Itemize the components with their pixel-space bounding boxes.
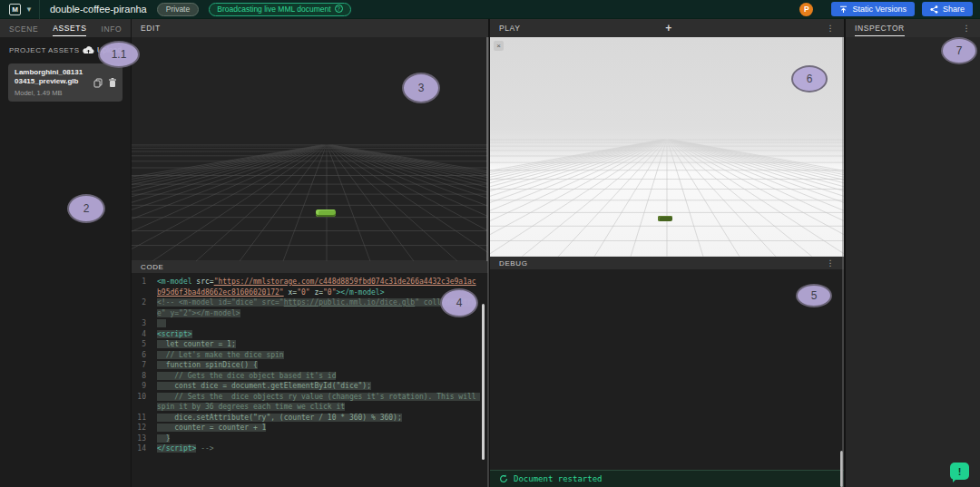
debug-status-message: Document restarted bbox=[514, 474, 603, 483]
resize-handle-left[interactable] bbox=[487, 37, 489, 487]
inspector-panel: ! bbox=[846, 37, 980, 487]
code-line[interactable]: 9 const dice = document.getElementById("… bbox=[132, 381, 488, 392]
play-3d-viewport[interactable]: × bbox=[490, 37, 844, 257]
code-line[interactable]: 7 function spinDice() { bbox=[132, 360, 488, 371]
edit-panel-title: EDIT bbox=[141, 24, 161, 33]
left-panel-tabbar: SCENE ASSETS INFO ⋮ bbox=[0, 19, 131, 37]
asset-filename: Lamborghini_0813103415_preview.glb bbox=[15, 68, 83, 86]
resize-handle-right[interactable] bbox=[842, 37, 844, 487]
help-icon[interactable]: ? bbox=[335, 5, 343, 13]
trash-icon[interactable] bbox=[109, 78, 116, 88]
close-play-view-button[interactable]: × bbox=[494, 41, 504, 51]
code-line[interactable]: 12 counter = counter + 1 bbox=[132, 423, 488, 433]
som-mark-7: 7 bbox=[941, 37, 977, 64]
user-avatar[interactable]: P bbox=[799, 3, 813, 16]
top-bar: M ▼ double-coffee-piranha Private Broadc… bbox=[0, 0, 980, 19]
som-mark-4: 4 bbox=[440, 288, 478, 317]
debug-console: Document restarted bbox=[490, 269, 844, 487]
inspector-panel-title[interactable]: INSPECTOR bbox=[855, 20, 905, 36]
static-versions-label: Static Versions bbox=[852, 5, 906, 14]
share-label: Share bbox=[943, 5, 965, 14]
code-scrollbar[interactable] bbox=[482, 304, 485, 460]
mml-logo[interactable]: M bbox=[9, 4, 21, 15]
tab-info[interactable]: INFO bbox=[101, 21, 122, 36]
code-editor[interactable]: 1<m-model src="https://mmlstorage.com/c4… bbox=[132, 273, 488, 487]
code-line[interactable]: 5 let counter = 1; bbox=[132, 339, 488, 350]
som-mark-6: 6 bbox=[791, 65, 828, 93]
play-panel-title: PLAY bbox=[499, 24, 521, 33]
static-versions-button[interactable]: Static Versions bbox=[831, 2, 915, 16]
share-button[interactable]: Share bbox=[922, 2, 973, 16]
play-panel-menu-icon[interactable]: ⋮ bbox=[826, 24, 835, 33]
tab-scene[interactable]: SCENE bbox=[9, 21, 38, 36]
play-panel-header: PLAY + ⋮ bbox=[490, 19, 844, 37]
code-panel-title: CODE bbox=[141, 263, 164, 271]
debug-panel-header: DEBUG ⋮ bbox=[490, 257, 844, 269]
code-line[interactable]: 10 // Sets the dice objects ry value (ch… bbox=[132, 392, 488, 413]
refresh-icon bbox=[499, 474, 508, 483]
code-line[interactable]: 14</script> --> bbox=[132, 443, 488, 454]
debug-menu-icon[interactable]: ⋮ bbox=[826, 258, 835, 268]
som-mark-1.1: 1.1 bbox=[98, 41, 140, 68]
feedback-chat-button[interactable]: ! bbox=[950, 463, 969, 480]
code-line[interactable]: 6 // Let's make the dice spin bbox=[132, 350, 488, 361]
broadcast-status-label: Broadcasting live MML document bbox=[217, 5, 330, 14]
copy-icon[interactable] bbox=[93, 78, 103, 88]
share-icon bbox=[930, 5, 938, 14]
edit-panel-header: EDIT bbox=[132, 19, 488, 37]
publish-icon bbox=[839, 5, 848, 14]
debug-status-row: Document restarted bbox=[490, 470, 844, 487]
som-mark-3: 3 bbox=[402, 73, 440, 103]
code-line[interactable]: 13 } bbox=[132, 433, 488, 444]
asset-card[interactable]: Lamborghini_0813103415_preview.glb Model… bbox=[8, 63, 122, 102]
project-title: double-coffee-piranha bbox=[50, 4, 147, 15]
inspector-menu-icon[interactable]: ⋮ bbox=[962, 24, 971, 33]
assets-panel: PROJECT ASSETS Upload Lamborghini_081310… bbox=[0, 37, 131, 487]
edit-3d-viewport[interactable] bbox=[132, 37, 488, 261]
som-mark-2: 2 bbox=[67, 194, 105, 223]
code-line[interactable]: 1<m-model src="https://mmlstorage.com/c4… bbox=[132, 277, 488, 297]
code-line[interactable]: 4<script> bbox=[132, 329, 488, 340]
broadcast-status-badge: Broadcasting live MML document ? bbox=[209, 3, 350, 16]
cloud-upload-icon bbox=[83, 45, 94, 54]
play-horizon-fade bbox=[490, 37, 844, 171]
private-badge: Private bbox=[157, 3, 199, 16]
inspector-panel-header: INSPECTOR ⋮ bbox=[846, 19, 980, 37]
divider bbox=[39, 0, 40, 19]
project-assets-title: PROJECT ASSETS bbox=[9, 46, 80, 54]
code-line[interactable]: 8 // Gets the dice object based it's id bbox=[132, 371, 488, 382]
som-mark-5: 5 bbox=[796, 284, 832, 307]
debug-panel-title: DEBUG bbox=[499, 259, 527, 268]
code-line[interactable]: 2<!-- <m-model id="dice" src="https://pu… bbox=[132, 297, 488, 318]
add-play-view-button[interactable]: + bbox=[665, 22, 672, 34]
code-panel-header: CODE bbox=[132, 261, 488, 273]
asset-meta: Model, 1.49 MB bbox=[15, 89, 83, 97]
code-line[interactable]: 3 bbox=[132, 318, 488, 329]
chevron-down-icon[interactable]: ▼ bbox=[25, 5, 33, 14]
car-model-play bbox=[658, 216, 672, 221]
car-model-edit[interactable] bbox=[316, 209, 336, 217]
code-line[interactable]: 11 dice.setAttribute("ry", (counter / 10… bbox=[132, 413, 488, 424]
tab-assets[interactable]: ASSETS bbox=[53, 20, 86, 36]
